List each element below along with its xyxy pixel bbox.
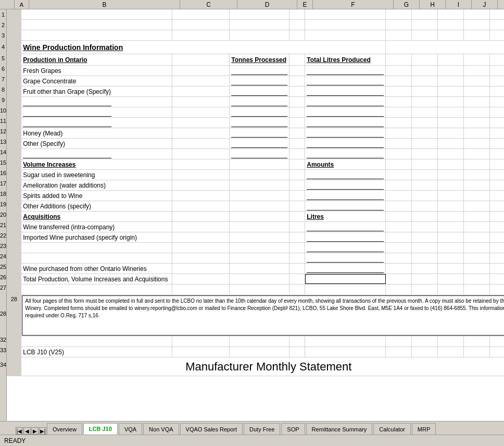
r14-d-input[interactable] — [230, 149, 289, 159]
tab-lcbj10[interactable]: LCB J10 — [83, 423, 118, 435]
r17-f-input[interactable] — [305, 180, 386, 190]
tab-scroll-last[interactable]: ▶| — [39, 427, 46, 435]
r24-g — [386, 253, 412, 263]
r19-c — [172, 201, 230, 211]
tab-scroll-controls[interactable]: |◀ ◀ ▶ ▶| — [16, 427, 47, 435]
r27-h — [412, 284, 438, 294]
r6-a — [7, 66, 21, 76]
tab-overview[interactable]: Overview — [47, 423, 82, 435]
cells-area: Wine Production Information Production i… — [7, 9, 504, 421]
r13-d-input[interactable] — [230, 139, 289, 148]
r10-f-input[interactable] — [305, 107, 386, 117]
tab-vqa[interactable]: VQA — [119, 423, 142, 435]
r6-d-input[interactable] — [230, 66, 289, 76]
r26-j — [464, 274, 490, 284]
r12-d-input[interactable] — [230, 128, 289, 138]
tab-scroll-first[interactable]: |◀ — [16, 427, 23, 435]
r26-a — [7, 274, 21, 284]
tab-scroll-prev[interactable]: ◀ — [23, 427, 31, 435]
r13-f-input[interactable] — [305, 139, 386, 148]
row-34-title: Manufacturer Monthly Statement — [7, 357, 504, 376]
r13-k — [490, 139, 504, 148]
r27-c — [172, 284, 230, 294]
tab-sop[interactable]: SOP — [281, 423, 305, 435]
r17-c — [172, 180, 230, 190]
rownum-32: 32 — [0, 334, 6, 345]
r16-f-input[interactable] — [305, 170, 386, 180]
r3-d — [230, 30, 289, 40]
r26-g — [386, 274, 412, 284]
rownum-20: 20 — [0, 209, 6, 220]
r11-b[interactable] — [21, 118, 172, 128]
r26-d — [230, 274, 289, 284]
r22-f-input[interactable] — [305, 232, 386, 242]
r9-d-input[interactable] — [230, 97, 289, 107]
tab-mrp[interactable]: MRP — [412, 423, 436, 435]
r9-e — [289, 97, 305, 107]
r9-b[interactable] — [21, 97, 172, 107]
r7-c — [172, 76, 230, 86]
r9-k — [490, 97, 504, 107]
r9-c — [172, 97, 230, 107]
r11-d-input[interactable] — [230, 118, 289, 128]
r2-c — [172, 20, 230, 30]
r10-a — [7, 107, 21, 117]
tab-nonvqa[interactable]: Non VQA — [143, 423, 179, 435]
r8-f-input[interactable] — [305, 86, 386, 96]
r10-d-input[interactable] — [230, 107, 289, 117]
r7-d-input[interactable] — [230, 76, 289, 86]
r19-f-input[interactable] — [305, 201, 386, 211]
r12-c — [172, 128, 230, 138]
r21-j — [464, 222, 490, 232]
r15-i — [438, 159, 464, 169]
r8-d-input[interactable] — [230, 86, 289, 96]
r25-g — [386, 264, 412, 274]
r2-a — [7, 20, 21, 30]
r10-b[interactable] — [21, 107, 172, 117]
r1-c — [172, 9, 230, 19]
r32-b — [21, 337, 172, 346]
r11-f-input[interactable] — [305, 118, 386, 128]
r24-e — [289, 253, 305, 263]
r22-i — [438, 232, 464, 242]
r25-c — [172, 264, 230, 274]
r18-k — [490, 191, 504, 201]
r6-f-input[interactable] — [305, 66, 386, 76]
r10-e — [289, 107, 305, 117]
tab-duty-free[interactable]: Duty Free — [244, 423, 280, 435]
r9-f-input[interactable] — [305, 97, 386, 107]
r26-f-bordered[interactable] — [305, 274, 386, 284]
r12-f-input[interactable] — [305, 128, 386, 138]
r7-f-input[interactable] — [305, 76, 386, 86]
r25-wine-other-wineries: Wine purchased from other Ontario Wineri… — [21, 264, 172, 274]
r8-i — [438, 86, 464, 96]
r5-tonnes: Tonnes Processed — [230, 54, 289, 65]
rownum-28-31: 28 — [0, 293, 6, 334]
r20-g — [386, 212, 412, 221]
r24-f-input[interactable] — [305, 253, 386, 263]
rownum-13: 13 — [0, 137, 6, 147]
r18-f-input[interactable] — [305, 191, 386, 201]
r5-production-ontario: Production in Ontario — [21, 54, 172, 65]
r10-g — [386, 107, 412, 117]
r1-i — [438, 9, 464, 19]
tab-calculator[interactable]: Calculator — [373, 423, 411, 435]
row-5: Production in Ontario Tonnes Processed T… — [7, 54, 504, 66]
r23-f-input[interactable] — [305, 243, 386, 253]
r14-b[interactable] — [21, 149, 172, 159]
r19-h — [412, 201, 438, 211]
r21-f-input[interactable] — [305, 222, 386, 232]
r9-a — [7, 97, 21, 107]
tab-scroll-next[interactable]: ▶ — [31, 427, 39, 435]
tab-remittance[interactable]: Remittance Summary — [306, 423, 373, 435]
r6-c — [172, 66, 230, 76]
r15-amounts: Amounts — [305, 159, 386, 169]
r33-h — [412, 347, 438, 357]
r14-f-input[interactable] — [305, 149, 386, 159]
r11-c — [172, 118, 230, 128]
tab-vqao-sales[interactable]: VQAO Sales Report — [180, 423, 243, 435]
r15-g — [386, 159, 412, 169]
r25-f-input[interactable] — [305, 264, 386, 274]
r26-total-production: Total Production, Volume Increases and A… — [21, 274, 172, 284]
rownum-15: 15 — [0, 157, 6, 168]
